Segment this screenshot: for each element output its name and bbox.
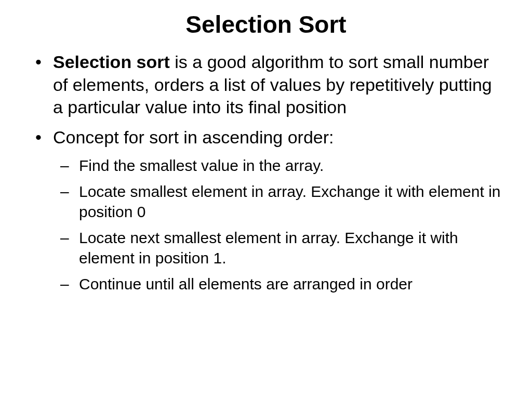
bullet-text: Find the smallest value in the array. xyxy=(79,157,324,174)
slide-title: Selection Sort xyxy=(26,10,506,38)
bullet-item-1: Selection sort is a good algorithm to so… xyxy=(26,51,506,119)
bullet-bold-lead: Selection sort xyxy=(53,52,170,72)
bullet-sub-item-4: Continue until all elements are arranged… xyxy=(26,274,506,294)
bullet-sub-item-3: Locate next smallest element in array. E… xyxy=(26,228,506,268)
bullet-text: Concept for sort in ascending order: xyxy=(53,127,334,147)
bullet-list: Selection sort is a good algorithm to so… xyxy=(26,51,506,294)
bullet-text: Locate next smallest element in array. E… xyxy=(79,229,458,266)
bullet-text: Continue until all elements are arranged… xyxy=(79,275,413,292)
bullet-text: Locate smallest element in array. Exchan… xyxy=(79,183,501,220)
bullet-sub-item-2: Locate smallest element in array. Exchan… xyxy=(26,182,506,222)
bullet-item-2: Concept for sort in ascending order: xyxy=(26,126,506,149)
bullet-sub-item-1: Find the smallest value in the array. xyxy=(26,156,506,176)
